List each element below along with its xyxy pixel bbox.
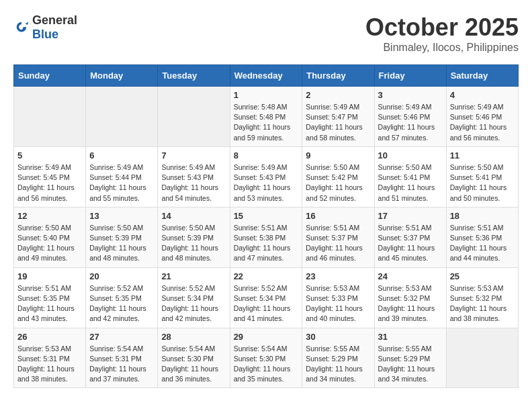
day-number: 19 [17,271,82,281]
table-row: 17 Sunrise: 5:51 AMSunset: 5:37 PMDaylig… [374,207,446,267]
day-number: 18 [450,211,515,221]
day-number: 4 [450,90,515,100]
day-number: 27 [89,332,154,342]
header-wednesday: Wednesday [230,65,302,87]
month-title: October 2025 [365,13,519,42]
day-info: Sunrise: 5:49 AMSunset: 5:45 PMDaylight:… [17,163,75,202]
day-info: Sunrise: 5:55 AMSunset: 5:29 PMDaylight:… [306,345,363,383]
logo-icon [13,19,30,36]
day-number: 3 [378,90,443,100]
calendar-header-row: Sunday Monday Tuesday Wednesday Thursday… [14,65,519,87]
table-row: 10 Sunrise: 5:50 AMSunset: 5:41 PMDaylig… [374,146,446,207]
day-info: Sunrise: 5:53 AMSunset: 5:33 PMDaylight:… [306,284,363,323]
table-row: 13 Sunrise: 5:50 AMSunset: 5:39 PMDaylig… [86,207,158,267]
table-row: 30 Sunrise: 5:55 AMSunset: 5:29 PMDaylig… [302,328,374,388]
day-number: 17 [378,211,443,221]
table-row: 31 Sunrise: 5:55 AMSunset: 5:29 PMDaylig… [374,328,446,388]
table-row [86,87,158,147]
day-number: 16 [306,211,370,221]
day-info: Sunrise: 5:50 AMSunset: 5:39 PMDaylight:… [161,224,218,263]
calendar-week-row: 5 Sunrise: 5:49 AMSunset: 5:45 PMDayligh… [14,146,519,207]
table-row: 11 Sunrise: 5:50 AMSunset: 5:41 PMDaylig… [446,146,518,207]
day-number: 20 [89,271,154,281]
day-number: 22 [234,271,299,281]
header-thursday: Thursday [302,65,374,87]
table-row: 14 Sunrise: 5:50 AMSunset: 5:39 PMDaylig… [158,207,230,267]
table-row: 1 Sunrise: 5:48 AMSunset: 5:48 PMDayligh… [230,87,302,147]
day-info: Sunrise: 5:54 AMSunset: 5:31 PMDaylight:… [89,345,146,383]
table-row: 15 Sunrise: 5:51 AMSunset: 5:38 PMDaylig… [230,207,302,267]
day-info: Sunrise: 5:51 AMSunset: 5:35 PMDaylight:… [17,284,75,323]
table-row: 3 Sunrise: 5:49 AMSunset: 5:46 PMDayligh… [374,87,446,147]
table-row: 8 Sunrise: 5:49 AMSunset: 5:43 PMDayligh… [230,146,302,207]
day-info: Sunrise: 5:48 AMSunset: 5:48 PMDaylight:… [234,103,291,142]
day-info: Sunrise: 5:53 AMSunset: 5:31 PMDaylight:… [17,345,75,383]
day-number: 9 [306,150,370,161]
day-info: Sunrise: 5:52 AMSunset: 5:35 PMDaylight:… [89,284,146,323]
calendar-week-row: 1 Sunrise: 5:48 AMSunset: 5:48 PMDayligh… [14,87,519,147]
header-monday: Monday [86,65,158,87]
table-row: 19 Sunrise: 5:51 AMSunset: 5:35 PMDaylig… [14,267,86,328]
day-number: 26 [17,332,82,342]
day-info: Sunrise: 5:53 AMSunset: 5:32 PMDaylight:… [450,284,507,323]
location-subtitle: Binmaley, Ilocos, Philippines [365,42,519,54]
day-info: Sunrise: 5:51 AMSunset: 5:36 PMDaylight:… [450,224,507,263]
day-info: Sunrise: 5:51 AMSunset: 5:38 PMDaylight:… [234,224,291,263]
day-number: 2 [306,90,370,100]
header-saturday: Saturday [446,65,518,87]
table-row: 5 Sunrise: 5:49 AMSunset: 5:45 PMDayligh… [14,146,86,207]
day-number: 15 [234,211,299,221]
day-info: Sunrise: 5:50 AMSunset: 5:41 PMDaylight:… [378,163,435,202]
day-info: Sunrise: 5:54 AMSunset: 5:30 PMDaylight:… [161,345,218,383]
table-row [446,328,518,388]
day-info: Sunrise: 5:49 AMSunset: 5:46 PMDaylight:… [450,103,507,142]
day-info: Sunrise: 5:49 AMSunset: 5:43 PMDaylight:… [161,163,218,202]
table-row: 4 Sunrise: 5:49 AMSunset: 5:46 PMDayligh… [446,87,518,147]
day-info: Sunrise: 5:52 AMSunset: 5:34 PMDaylight:… [234,284,291,323]
day-number: 29 [234,332,299,342]
title-block: October 2025 Binmaley, Ilocos, Philippin… [365,13,519,54]
logo-text: General Blue [32,13,77,42]
calendar-week-row: 26 Sunrise: 5:53 AMSunset: 5:31 PMDaylig… [14,328,519,388]
logo: General Blue [13,13,77,42]
table-row: 6 Sunrise: 5:49 AMSunset: 5:44 PMDayligh… [86,146,158,207]
table-row: 26 Sunrise: 5:53 AMSunset: 5:31 PMDaylig… [14,328,86,388]
day-number: 5 [17,150,82,161]
table-row: 2 Sunrise: 5:49 AMSunset: 5:47 PMDayligh… [302,87,374,147]
day-number: 24 [378,271,443,281]
day-number: 25 [450,271,515,281]
table-row: 20 Sunrise: 5:52 AMSunset: 5:35 PMDaylig… [86,267,158,328]
table-row: 23 Sunrise: 5:53 AMSunset: 5:33 PMDaylig… [302,267,374,328]
table-row: 9 Sunrise: 5:50 AMSunset: 5:42 PMDayligh… [302,146,374,207]
day-number: 10 [378,150,443,161]
day-number: 14 [161,211,226,221]
day-info: Sunrise: 5:51 AMSunset: 5:37 PMDaylight:… [306,224,363,263]
table-row [14,87,86,147]
day-info: Sunrise: 5:50 AMSunset: 5:42 PMDaylight:… [306,163,363,202]
table-row: 21 Sunrise: 5:52 AMSunset: 5:34 PMDaylig… [158,267,230,328]
table-row: 25 Sunrise: 5:53 AMSunset: 5:32 PMDaylig… [446,267,518,328]
calendar-table: Sunday Monday Tuesday Wednesday Thursday… [13,64,519,388]
table-row: 28 Sunrise: 5:54 AMSunset: 5:30 PMDaylig… [158,328,230,388]
day-number: 30 [306,332,370,342]
day-number: 31 [378,332,443,342]
day-number: 1 [234,90,299,100]
day-info: Sunrise: 5:50 AMSunset: 5:41 PMDaylight:… [450,163,507,202]
calendar-week-row: 12 Sunrise: 5:50 AMSunset: 5:40 PMDaylig… [14,207,519,267]
day-info: Sunrise: 5:49 AMSunset: 5:44 PMDaylight:… [89,163,146,202]
header-sunday: Sunday [14,65,86,87]
day-info: Sunrise: 5:55 AMSunset: 5:29 PMDaylight:… [378,345,435,383]
table-row: 22 Sunrise: 5:52 AMSunset: 5:34 PMDaylig… [230,267,302,328]
day-info: Sunrise: 5:49 AMSunset: 5:46 PMDaylight:… [378,103,435,142]
table-row: 24 Sunrise: 5:53 AMSunset: 5:32 PMDaylig… [374,267,446,328]
day-info: Sunrise: 5:50 AMSunset: 5:40 PMDaylight:… [17,224,75,263]
table-row: 7 Sunrise: 5:49 AMSunset: 5:43 PMDayligh… [158,146,230,207]
day-number: 13 [89,211,154,221]
day-info: Sunrise: 5:49 AMSunset: 5:43 PMDaylight:… [234,163,291,202]
table-row: 27 Sunrise: 5:54 AMSunset: 5:31 PMDaylig… [86,328,158,388]
table-row: 29 Sunrise: 5:54 AMSunset: 5:30 PMDaylig… [230,328,302,388]
table-row: 16 Sunrise: 5:51 AMSunset: 5:37 PMDaylig… [302,207,374,267]
day-number: 28 [161,332,226,342]
day-info: Sunrise: 5:54 AMSunset: 5:30 PMDaylight:… [234,345,291,383]
day-info: Sunrise: 5:53 AMSunset: 5:32 PMDaylight:… [378,284,435,323]
